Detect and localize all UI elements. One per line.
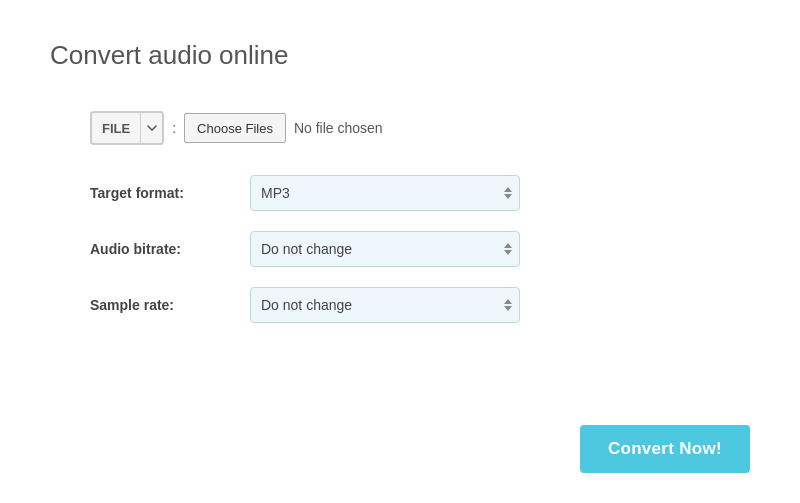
form-area: FILE : Choose Files No file chosen Targe… xyxy=(50,111,750,343)
sample-rate-label: Sample rate: xyxy=(90,297,250,313)
target-format-select[interactable]: MP3 AAC OGG WAV FLAC WMA M4A xyxy=(250,175,520,211)
target-format-label: Target format: xyxy=(90,185,250,201)
file-type-label: FILE xyxy=(92,113,140,143)
file-row: FILE : Choose Files No file chosen xyxy=(90,111,750,145)
file-type-dropdown-arrow[interactable] xyxy=(140,113,162,143)
audio-bitrate-row: Audio bitrate: Do not change 32 kbit/s 6… xyxy=(90,231,750,267)
file-colon: : xyxy=(172,120,176,136)
choose-files-button[interactable]: Choose Files xyxy=(184,113,286,143)
sample-rate-select[interactable]: Do not change 8000 Hz 11025 Hz 22050 Hz … xyxy=(250,287,520,323)
target-format-row: Target format: MP3 AAC OGG WAV FLAC WMA … xyxy=(90,175,750,211)
main-container: Convert audio online FILE : Choose Files… xyxy=(0,0,800,503)
sample-rate-select-wrapper: Do not change 8000 Hz 11025 Hz 22050 Hz … xyxy=(250,287,520,323)
audio-bitrate-label: Audio bitrate: xyxy=(90,241,250,257)
convert-now-button[interactable]: Convert Now! xyxy=(580,425,750,473)
audio-bitrate-select[interactable]: Do not change 32 kbit/s 64 kbit/s 96 kbi… xyxy=(250,231,520,267)
page-title: Convert audio online xyxy=(50,40,750,71)
sample-rate-row: Sample rate: Do not change 8000 Hz 11025… xyxy=(90,287,750,323)
target-format-select-wrapper: MP3 AAC OGG WAV FLAC WMA M4A xyxy=(250,175,520,211)
file-type-button[interactable]: FILE xyxy=(90,111,164,145)
no-file-text: No file chosen xyxy=(294,120,383,136)
audio-bitrate-select-wrapper: Do not change 32 kbit/s 64 kbit/s 96 kbi… xyxy=(250,231,520,267)
